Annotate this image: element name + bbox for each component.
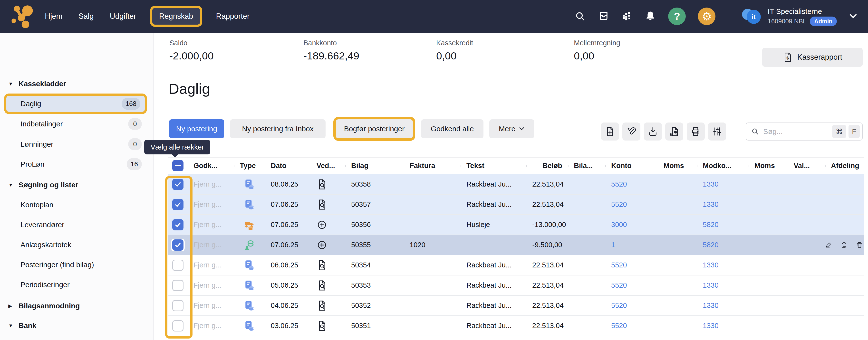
remove-approval-link[interactable]: Fjern g... xyxy=(193,241,221,249)
settings-gear-button[interactable]: ⚙ xyxy=(698,7,715,25)
select-all-checkbox[interactable] xyxy=(172,160,184,171)
attachment-cell[interactable] xyxy=(311,219,345,230)
modkonto-link[interactable]: 5820 xyxy=(703,220,719,229)
konto-link[interactable]: 5520 xyxy=(611,180,627,188)
col-tekst[interactable]: Tekst xyxy=(461,162,526,170)
row-checkbox[interactable] xyxy=(172,280,184,291)
table-row[interactable]: Fjern g... 08.06.25 50358 Rackbeat Ju...… xyxy=(168,174,864,195)
konto-link[interactable]: 1 xyxy=(611,241,615,249)
remove-approval-link[interactable]: Fjern g... xyxy=(193,261,221,269)
apps-grid-icon[interactable] xyxy=(621,11,632,22)
row-checkbox[interactable] xyxy=(172,239,184,250)
konto-link[interactable]: 5520 xyxy=(611,302,627,309)
attachment-cell[interactable] xyxy=(311,300,345,311)
remove-approval-link[interactable]: Fjern g... xyxy=(193,281,221,289)
sidebar-item-lonninger[interactable]: Lønninger 0 xyxy=(0,136,153,152)
konto-link[interactable]: 3000 xyxy=(611,220,627,229)
new-posting-button[interactable]: Ny postering xyxy=(169,120,224,138)
sidebar-item-posteringer[interactable]: Posteringer (find bilag) xyxy=(0,257,153,273)
table-row[interactable]: Fjern g... 05.06.25 50353 Rackbeat Ju...… xyxy=(168,275,864,296)
nav-item-hjem[interactable]: Hjem xyxy=(45,12,62,21)
row-checkbox[interactable] xyxy=(172,300,184,311)
search-input[interactable]: Søg... ⌘ F xyxy=(746,123,863,140)
konto-link[interactable]: 5520 xyxy=(611,322,627,330)
col-godkend[interactable]: Godk... xyxy=(188,162,234,170)
modkonto-link[interactable]: 1330 xyxy=(703,281,719,289)
modkonto-link[interactable]: 1330 xyxy=(703,261,719,269)
sidebar-section-kassekladder[interactable]: ▼Kassekladder xyxy=(0,76,153,92)
post-entries-button[interactable]: Bogfør posteringer xyxy=(336,120,413,138)
remove-approval-link[interactable]: Fjern g... xyxy=(193,220,221,229)
col-moms[interactable]: Moms xyxy=(658,162,697,170)
sidebar-item-kontoplan[interactable]: Kontoplan xyxy=(0,197,153,213)
remove-approval-link[interactable]: Fjern g... xyxy=(193,322,221,330)
modkonto-link[interactable]: 1330 xyxy=(703,180,719,188)
remove-approval-link[interactable]: Fjern g... xyxy=(193,200,221,208)
sidebar-item-bankafstemning[interactable]: Bankafstemning xyxy=(0,337,153,340)
row-checkbox[interactable] xyxy=(172,179,184,190)
sidebar-section-bank[interactable]: ▼Bank xyxy=(0,317,153,334)
print-button[interactable] xyxy=(687,123,705,140)
row-checkbox[interactable] xyxy=(172,219,184,230)
kasserapport-button[interactable]: $ Kasserapport xyxy=(762,48,863,67)
table-row[interactable]: Fjern g... 07.06.25 50355 1020 -9.500,00… xyxy=(168,235,864,255)
konto-link[interactable]: 5520 xyxy=(611,261,627,269)
approve-all-button[interactable]: Godkend alle xyxy=(421,120,484,138)
chevron-down-icon[interactable] xyxy=(849,13,857,19)
sidebar-item-leverandorer[interactable]: Leverandører xyxy=(0,217,153,233)
attachment-button[interactable] xyxy=(622,123,641,140)
modkonto-link[interactable]: 1330 xyxy=(703,302,719,309)
table-row[interactable]: Fjern g... 06.06.25 50354 Rackbeat Ju...… xyxy=(168,255,864,275)
table-row[interactable]: Fjern g... 03.06.25 50351 Rackbeat Ju...… xyxy=(168,316,864,336)
row-checkbox[interactable] xyxy=(172,199,184,210)
column-settings-button[interactable] xyxy=(708,123,726,140)
help-button[interactable]: ? xyxy=(668,7,686,25)
inbox-icon[interactable] xyxy=(598,11,609,22)
remove-approval-link[interactable]: Fjern g... xyxy=(193,180,221,188)
attachment-cell[interactable] xyxy=(311,179,345,190)
col-konto[interactable]: Konto xyxy=(605,162,658,170)
col-vedhaeftning[interactable]: Ved... xyxy=(311,162,345,170)
duplicate-copy-icon[interactable] xyxy=(841,240,847,250)
nav-item-salg[interactable]: Salg xyxy=(79,12,94,21)
col-faktura[interactable]: Faktura xyxy=(404,162,461,170)
col-modkonto[interactable]: Modko... xyxy=(697,162,749,170)
col-bilag2[interactable]: Bila... xyxy=(568,162,605,170)
more-dropdown-button[interactable]: Mere xyxy=(489,120,534,138)
row-checkbox[interactable] xyxy=(172,320,184,332)
col-type[interactable]: Type xyxy=(234,162,265,170)
nav-item-rapporter[interactable]: Rapporter xyxy=(216,12,250,21)
sidebar-section-sogning-og-lister[interactable]: ▼Søgning og lister xyxy=(0,177,153,193)
user-menu[interactable]: it IT Specialisterne 1609009 NBL Admin xyxy=(740,5,837,28)
sidebar-item-indbetalinger[interactable]: Indbetalinger 0 xyxy=(0,116,153,132)
nav-item-udgifter[interactable]: Udgifter xyxy=(110,12,136,21)
attachment-cell[interactable] xyxy=(311,280,345,291)
table-row[interactable]: Fjern g... 07.06.25 50357 Rackbeat Ju...… xyxy=(168,195,864,215)
modkonto-link[interactable]: 1330 xyxy=(703,322,719,330)
sidebar-section-bilagsanmodning[interactable]: ▶Bilagsanmodning xyxy=(0,298,153,314)
col-moms2[interactable]: Moms xyxy=(749,162,788,170)
attachment-cell[interactable] xyxy=(311,320,345,331)
sidebar-item-periodiseringer[interactable]: Periodiseringer xyxy=(0,277,153,293)
konto-link[interactable]: 5520 xyxy=(611,200,627,208)
new-document-button[interactable] xyxy=(601,123,619,140)
remove-approval-link[interactable]: Fjern g... xyxy=(193,302,221,309)
new-posting-from-inbox-button[interactable]: Ny postering fra Inbox xyxy=(230,120,326,138)
col-beloeb[interactable]: Beløb xyxy=(526,162,568,170)
attachment-cell[interactable] xyxy=(311,260,345,271)
table-row[interactable]: Fjern g... 04.06.25 50352 Rackbeat Ju...… xyxy=(168,296,864,316)
modkonto-link[interactable]: 1330 xyxy=(703,200,719,208)
brand-logo-icon[interactable] xyxy=(10,4,35,29)
konto-link[interactable]: 5520 xyxy=(611,281,627,289)
sidebar-item-daglig[interactable]: Daglig 168 xyxy=(6,96,145,112)
col-bilag[interactable]: Bilag xyxy=(345,162,404,170)
edit-pencil-icon[interactable] xyxy=(825,240,832,250)
search-icon[interactable] xyxy=(575,11,586,22)
col-dato[interactable]: Dato xyxy=(265,162,311,170)
delete-trash-icon[interactable] xyxy=(856,240,863,250)
modkonto-link[interactable]: 5820 xyxy=(703,241,719,249)
import-button[interactable] xyxy=(644,123,662,140)
nav-item-regnskab[interactable]: Regnskab xyxy=(152,8,200,25)
table-row[interactable]: Fjern g... 07.06.25 50356 Husleje -13.00… xyxy=(168,215,864,235)
attachment-cell[interactable] xyxy=(311,240,345,250)
